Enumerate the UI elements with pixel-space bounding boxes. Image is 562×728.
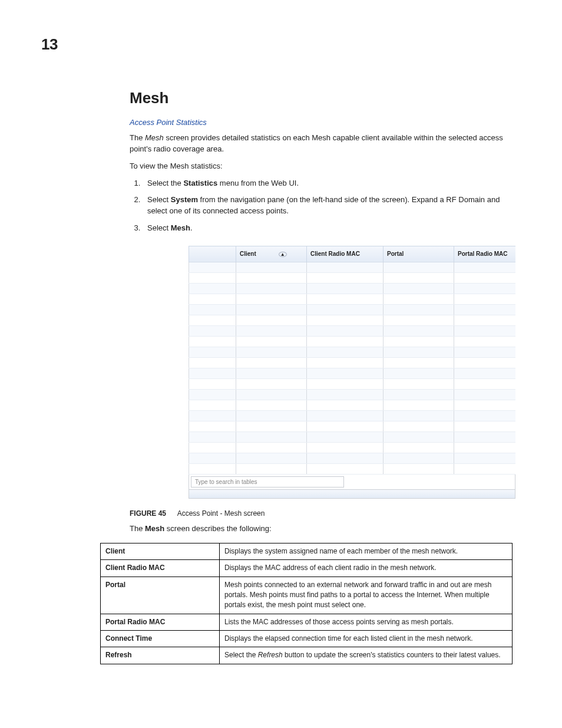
text: The	[130, 133, 145, 142]
col-header-blank[interactable]	[189, 246, 236, 262]
text: .	[190, 223, 193, 232]
desc-value: Displays the system assigned name of eac…	[220, 543, 513, 559]
figure-caption: FIGURE 45 Access Point - Mesh screen	[130, 509, 515, 518]
table-row	[189, 325, 516, 336]
desc-key: Portal	[101, 577, 220, 614]
table-row	[189, 431, 516, 442]
intro-paragraph: The Mesh screen provides detailed statis…	[130, 133, 515, 155]
table-row	[189, 463, 516, 474]
desc-row: Connect Time Displays the elapsed connec…	[101, 631, 513, 647]
table-row	[189, 400, 516, 410]
table-row	[189, 283, 516, 294]
desc-row: Refresh Select the Refresh button to upd…	[101, 647, 513, 664]
table-row	[189, 442, 516, 453]
table-row	[189, 378, 516, 389]
table-header-row: Client▲ Client Radio MAC Portal Portal R…	[189, 246, 516, 262]
step-item: Select Mesh.	[143, 223, 515, 234]
desc-value: Displays the MAC address of each client …	[220, 560, 513, 577]
desc-key: Client	[101, 543, 220, 559]
col-header-client[interactable]: Client▲	[236, 246, 307, 262]
figure-text: Access Point - Mesh screen	[177, 509, 265, 518]
table-row	[189, 389, 516, 400]
desc-key: Portal Radio MAC	[101, 614, 220, 630]
text: from the navigation pane (on the left-ha…	[147, 195, 500, 215]
desc-key: Connect Time	[101, 631, 220, 647]
desc-row: Client Radio MAC Displays the MAC addres…	[101, 560, 513, 577]
text: Select	[147, 195, 171, 204]
section-title: Mesh	[130, 89, 515, 107]
desc-row: Portal Radio MAC Lists the MAC addresses…	[101, 614, 513, 630]
text: screen describes the following:	[164, 524, 271, 533]
desc-intro: The Mesh screen describes the following:	[130, 523, 515, 535]
mesh-italic: Mesh	[145, 133, 164, 142]
col-header-portal[interactable]: Portal	[384, 246, 454, 262]
bold-term: Mesh	[171, 223, 190, 232]
table-row	[189, 294, 516, 304]
table-row	[189, 410, 516, 421]
text: button to update the screen's statistics…	[283, 651, 501, 659]
text: screen provides detailed statistics on e…	[130, 133, 503, 153]
table-row	[189, 421, 516, 431]
table-search-input[interactable]	[191, 476, 344, 487]
table-row	[189, 336, 516, 347]
table-row	[189, 453, 516, 463]
text: Select the	[224, 651, 258, 659]
bold-term: Mesh	[145, 524, 164, 533]
step-item: Select the Statistics menu from the Web …	[143, 178, 515, 189]
sort-ascending-icon[interactable]: ▲	[279, 252, 287, 257]
breadcrumb: Access Point Statistics	[130, 118, 515, 127]
text: Select the	[147, 179, 183, 187]
screenshot-figure: Client▲ Client Radio MAC Portal Portal R…	[189, 246, 515, 499]
col-header-client-radio-mac[interactable]: Client Radio MAC	[307, 246, 384, 262]
description-table: Client Displays the system assigned name…	[100, 543, 513, 664]
text: menu from the Web UI.	[217, 179, 299, 187]
desc-key: Client Radio MAC	[101, 560, 220, 577]
desc-value: Select the Refresh button to update the …	[220, 647, 513, 664]
steps-list: Select the Statistics menu from the Web …	[130, 178, 515, 234]
desc-value: Mesh points connected to an external net…	[220, 577, 513, 614]
desc-key: Refresh	[101, 647, 220, 664]
text: Select	[147, 223, 171, 232]
table-row	[189, 304, 516, 315]
stats-table: Client▲ Client Radio MAC Portal Portal R…	[189, 246, 515, 475]
table-row	[189, 357, 516, 368]
italic-term: Refresh	[258, 651, 283, 659]
col-label: Client	[240, 251, 256, 257]
col-header-portal-radio-mac[interactable]: Portal Radio MAC	[454, 246, 516, 262]
table-row	[189, 315, 516, 325]
view-prompt: To view the Mesh statistics:	[130, 161, 515, 172]
bold-term: Statistics	[183, 179, 217, 187]
table-body	[189, 262, 516, 474]
desc-row: Portal Mesh points connected to an exter…	[101, 577, 513, 614]
page-number: 13	[41, 35, 515, 54]
desc-value: Lists the MAC addresses of those access …	[220, 614, 513, 630]
table-row	[189, 272, 516, 283]
figure-label: FIGURE 45	[130, 509, 166, 518]
table-search-row	[189, 475, 515, 490]
table-row	[189, 262, 516, 272]
desc-row: Client Displays the system assigned name…	[101, 543, 513, 559]
desc-value: Displays the elapsed connection time for…	[220, 631, 513, 647]
table-row	[189, 347, 516, 357]
table-row	[189, 368, 516, 378]
table-footer-bar	[189, 490, 515, 499]
text: The	[130, 524, 145, 533]
bold-term: System	[171, 195, 198, 204]
step-item: Select System from the navigation pane (…	[143, 195, 515, 217]
